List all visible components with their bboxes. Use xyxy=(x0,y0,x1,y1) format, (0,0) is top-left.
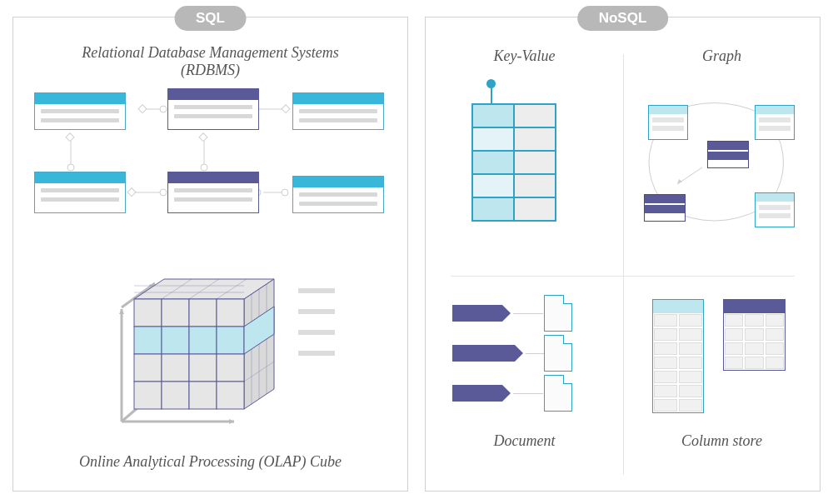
svg-rect-19 xyxy=(162,299,189,327)
divider xyxy=(451,276,795,277)
svg-rect-26 xyxy=(134,354,162,382)
kv-title: Key-Value xyxy=(426,47,623,65)
svg-rect-27 xyxy=(162,354,189,382)
svg-rect-24 xyxy=(189,327,217,354)
svg-rect-30 xyxy=(134,382,162,409)
table-icon xyxy=(167,172,259,213)
svg-point-9 xyxy=(201,164,207,171)
svg-point-10 xyxy=(160,106,167,112)
svg-rect-17 xyxy=(127,188,136,197)
col-title: Column store xyxy=(623,432,821,450)
svg-rect-22 xyxy=(134,327,162,354)
rdbms-title: Relational Database Management Systems (… xyxy=(13,44,407,79)
svg-rect-6 xyxy=(66,133,74,142)
rdbms-title-text: Relational Database Management Systems (… xyxy=(13,44,407,79)
svg-rect-31 xyxy=(162,382,189,409)
svg-point-13 xyxy=(282,189,288,196)
svg-rect-18 xyxy=(134,299,162,327)
document-icon xyxy=(544,335,572,372)
table-icon xyxy=(34,172,126,213)
svg-rect-35 xyxy=(298,309,335,314)
column-table-icon xyxy=(652,299,704,413)
svg-point-11 xyxy=(160,189,167,196)
svg-rect-28 xyxy=(189,354,217,382)
svg-rect-14 xyxy=(138,105,147,113)
svg-rect-29 xyxy=(217,354,244,382)
sql-panel: SQL Relational Database Management Syste… xyxy=(12,17,408,492)
document-icon xyxy=(544,375,572,412)
svg-rect-36 xyxy=(298,330,335,335)
svg-rect-34 xyxy=(298,288,335,293)
svg-rect-7 xyxy=(199,133,207,142)
svg-point-8 xyxy=(67,164,74,171)
table-icon xyxy=(292,92,384,130)
olap-cube-icon xyxy=(105,251,347,442)
olap-title: Online Analytical Processing (OLAP) Cube xyxy=(13,453,407,471)
svg-rect-23 xyxy=(162,327,189,354)
doc-title: Document xyxy=(426,432,623,450)
table-icon xyxy=(292,176,384,213)
graph-title: Graph xyxy=(623,47,821,65)
svg-rect-37 xyxy=(298,351,335,356)
kv-table-icon xyxy=(471,103,556,222)
graph-node-icon xyxy=(755,192,795,227)
document-icon xyxy=(544,295,572,332)
graph-node-icon xyxy=(755,105,795,140)
doc-arrow-icon xyxy=(452,305,502,322)
graph-node-icon xyxy=(644,194,686,222)
column-table-icon xyxy=(723,299,786,371)
svg-rect-25 xyxy=(217,327,244,354)
table-icon xyxy=(34,92,126,130)
sql-chip: SQL xyxy=(174,6,247,31)
doc-arrow-icon xyxy=(452,385,502,402)
svg-rect-21 xyxy=(217,299,244,327)
graph-node-icon xyxy=(707,141,749,168)
nosql-panel: NoSQL Key-Value Graph Document xyxy=(425,17,821,492)
svg-rect-32 xyxy=(189,382,217,409)
svg-rect-20 xyxy=(189,299,217,327)
connector-line xyxy=(526,353,544,354)
table-icon xyxy=(167,88,259,130)
connector-line xyxy=(513,313,543,314)
svg-rect-33 xyxy=(217,382,244,409)
doc-arrow-icon xyxy=(452,345,515,362)
pin-icon xyxy=(486,79,496,105)
connector-line xyxy=(513,393,543,394)
graph-node-icon xyxy=(648,105,688,140)
nosql-chip: NoSQL xyxy=(577,6,669,31)
svg-rect-16 xyxy=(282,105,290,113)
